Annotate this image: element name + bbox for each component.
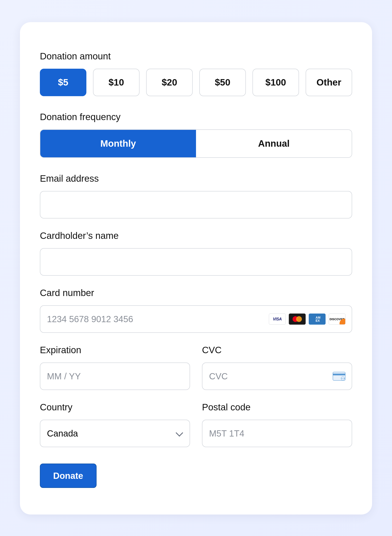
amount-option-100[interactable]: $100 (252, 69, 299, 96)
donation-amount-label: Donation amount (40, 51, 352, 61)
frequency-annual[interactable]: Annual (196, 130, 352, 157)
frequency-monthly[interactable]: Monthly (40, 130, 196, 157)
amount-option-20[interactable]: $20 (146, 69, 193, 96)
expiration-label: Expiration (40, 345, 190, 355)
mastercard-icon (289, 314, 306, 324)
card-number-label: Card number (40, 288, 352, 298)
amount-option-50[interactable]: $50 (199, 69, 246, 96)
cardholder-name-field[interactable] (40, 248, 352, 276)
expiration-field[interactable] (40, 362, 190, 390)
svg-rect-0 (333, 372, 345, 381)
amex-icon: AMEX (309, 314, 326, 324)
email-label: Email address (40, 173, 352, 184)
svg-rect-1 (333, 374, 345, 375)
cvc-card-icon (333, 372, 345, 381)
cardholder-name-label: Cardholder’s name (40, 230, 352, 241)
donation-frequency-label: Donation frequency (40, 112, 352, 122)
visa-icon: VISA (269, 314, 286, 324)
svg-point-3 (341, 378, 342, 379)
postal-code-field[interactable] (202, 420, 352, 447)
amount-option-10[interactable]: $10 (93, 69, 140, 96)
country-label: Country (40, 402, 190, 413)
discover-icon: DISCOVER (329, 314, 345, 324)
donation-frequency-toggle: Monthly Annual (40, 129, 352, 158)
card-brand-icons: VISA AMEX DISCOVER (269, 314, 345, 324)
country-value: Canada (40, 420, 190, 447)
postal-code-label: Postal code (202, 402, 352, 413)
cvc-field[interactable] (202, 362, 352, 390)
cvc-label: CVC (202, 345, 352, 355)
svg-point-4 (342, 378, 343, 379)
donate-button[interactable]: Donate (40, 464, 97, 488)
donation-form-card: Donation amount $5 $10 $20 $50 $100 Othe… (20, 22, 372, 514)
amount-option-other[interactable]: Other (306, 69, 352, 96)
donation-amount-options: $5 $10 $20 $50 $100 Other (40, 69, 352, 96)
email-field[interactable] (40, 191, 352, 218)
amount-option-5[interactable]: $5 (40, 69, 86, 96)
country-select[interactable]: Canada (40, 420, 190, 447)
svg-point-5 (344, 378, 344, 379)
